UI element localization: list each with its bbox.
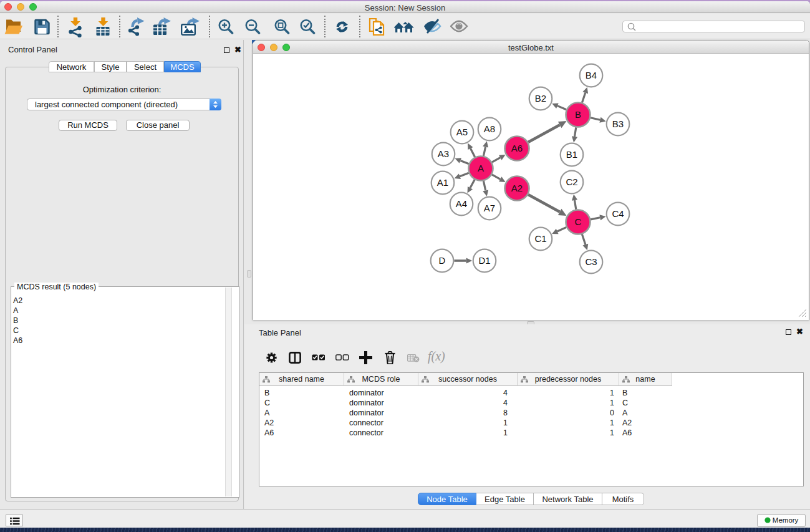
svg-text:A: A bbox=[478, 163, 484, 173]
svg-text:B4: B4 bbox=[586, 70, 597, 80]
svg-text:A8: A8 bbox=[484, 123, 495, 134]
svg-text:A5: A5 bbox=[456, 127, 468, 137]
svg-text:B2: B2 bbox=[535, 93, 546, 104]
svg-text:C3: C3 bbox=[585, 256, 597, 267]
svg-text:D: D bbox=[439, 255, 446, 266]
svg-text:B3: B3 bbox=[612, 118, 624, 129]
svg-text:B: B bbox=[575, 109, 581, 120]
svg-text:C2: C2 bbox=[566, 177, 577, 187]
svg-text:C: C bbox=[575, 216, 582, 227]
svg-text:A2: A2 bbox=[511, 183, 523, 193]
svg-text:A7: A7 bbox=[484, 203, 495, 213]
svg-text:C4: C4 bbox=[612, 208, 624, 219]
svg-text:A6: A6 bbox=[511, 143, 523, 153]
svg-text:A1: A1 bbox=[437, 177, 448, 188]
svg-text:D1: D1 bbox=[478, 255, 490, 266]
svg-text:A3: A3 bbox=[438, 148, 449, 159]
svg-text:A4: A4 bbox=[456, 198, 467, 209]
svg-text:C1: C1 bbox=[534, 233, 546, 244]
svg-text:B1: B1 bbox=[566, 149, 577, 160]
